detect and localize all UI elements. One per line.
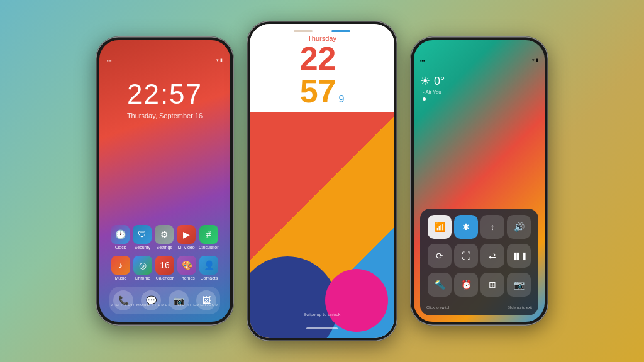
app-chrome-label: Chrome bbox=[135, 276, 150, 280]
screen-right: ▪▪▪ ▾ ▮ ☀ 0° - Air You 📶 bbox=[414, 40, 545, 322]
wifi-icon-right: ▾ bbox=[532, 58, 535, 63]
hints-row: Click to switch Slide up to exit bbox=[426, 302, 532, 309]
center-minute: 57 bbox=[300, 75, 336, 107]
control-center: 📶 ✱ ↕ 🔊 bbox=[420, 209, 538, 315]
mivideo-icon: ▶ bbox=[177, 225, 196, 244]
dock-camera[interactable]: 📷 bbox=[169, 290, 189, 310]
center-time-block: 22 57 9 bbox=[258, 42, 386, 107]
app-contacts-label: Contacts bbox=[201, 276, 218, 280]
app-music[interactable]: ♪ Music bbox=[111, 256, 130, 280]
app-calendar-label: Calendar bbox=[156, 276, 174, 280]
app-clock[interactable]: 🕐 Clock bbox=[111, 225, 130, 250]
themes-icon: 🎨 bbox=[177, 256, 196, 275]
wifi-status-icon: ▾ bbox=[216, 58, 219, 63]
wifi-control-btn[interactable]: 📶 bbox=[428, 215, 452, 239]
barcode-icon: ▐▌▐ bbox=[512, 253, 525, 260]
phone-center-screen: Thursday 22 57 9 Swipe up to unlock bbox=[250, 24, 394, 338]
location-dot bbox=[423, 97, 426, 101]
alarm-btn[interactable]: ⏰ bbox=[454, 273, 478, 297]
volume-control-btn[interactable]: 🔊 bbox=[507, 215, 531, 239]
volume-ctrl-icon: 🔊 bbox=[514, 222, 525, 232]
app-settings-label: Settings bbox=[157, 245, 172, 250]
dock-phone[interactable]: 📞 bbox=[113, 290, 133, 310]
bluetooth-control-btn[interactable]: ✱ bbox=[454, 215, 478, 239]
app-mivideo[interactable]: ▶ Mi Video bbox=[177, 225, 196, 250]
app-calendar[interactable]: 16 Calendar bbox=[155, 256, 174, 280]
slide-hint: Slide up to exit bbox=[508, 305, 532, 309]
phone-left: ▪▪▪ ▾ ▮ 22:57 Thursday, September 16 🕐 C… bbox=[96, 36, 234, 326]
app-row-2: ♪ Music ◎ Chrome 16 Calendar 🎨 bbox=[109, 256, 220, 280]
signal-icon: ▪▪▪ bbox=[107, 58, 111, 63]
dock-chat[interactable]: 💬 bbox=[141, 290, 161, 310]
app-security-label: Security bbox=[135, 245, 150, 250]
clock-icon: 🕐 bbox=[111, 225, 130, 244]
app-grid: 🕐 Clock 🛡 Security ⚙ Settings ▶ bbox=[107, 225, 223, 314]
temperature: 0° bbox=[434, 75, 445, 88]
status-bar-right: ▪▪▪ ▾ ▮ bbox=[420, 58, 538, 63]
security-icon: 🛡 bbox=[133, 225, 152, 244]
phone-right-screen: ▪▪▪ ▾ ▮ ☀ 0° - Air You 📶 bbox=[414, 40, 545, 322]
phones-container: ▪▪▪ ▾ ▮ 22:57 Thursday, September 16 🕐 C… bbox=[0, 0, 644, 362]
watermark: VISIT FOR MORE THEMES - MIUITHEMER.COM bbox=[111, 303, 219, 307]
app-mivideo-label: Mi Video bbox=[178, 245, 195, 250]
app-calculator[interactable]: # Calculator bbox=[199, 225, 219, 250]
circle-blue bbox=[250, 256, 338, 338]
flashlight-icon: 🔦 bbox=[435, 280, 445, 290]
data-ctrl-icon: ↕ bbox=[491, 222, 495, 232]
center-colorful-bg: Swipe up to unlock bbox=[250, 112, 394, 338]
lock-time: 22:57 bbox=[127, 80, 203, 108]
sun-icon: ☀ bbox=[420, 74, 430, 88]
screen-split-icon: ⇄ bbox=[489, 251, 496, 261]
control-row-2: ⟳ ⛶ ⇄ ▐▌▐ bbox=[426, 244, 532, 268]
status-bar-left: ▪▪▪ ▾ ▮ bbox=[107, 58, 223, 63]
data-control-btn[interactable]: ↕ bbox=[480, 215, 504, 239]
chrome-icon: ◎ bbox=[133, 256, 152, 275]
phone-left-screen: ▪▪▪ ▾ ▮ 22:57 Thursday, September 16 🕐 C… bbox=[99, 40, 230, 322]
battery-icon-right: ▮ bbox=[536, 58, 538, 63]
flashlight-btn[interactable]: 🔦 bbox=[428, 273, 452, 297]
app-settings[interactable]: ⚙ Settings bbox=[155, 225, 174, 250]
grid-btn[interactable]: ⊞ bbox=[480, 273, 504, 297]
swipe-hint: Swipe up to unlock bbox=[250, 310, 394, 319]
click-hint: Click to switch bbox=[426, 305, 450, 309]
wifi-ctrl-icon: 📶 bbox=[435, 222, 445, 232]
home-indicator bbox=[306, 327, 338, 329]
app-chrome[interactable]: ◎ Chrome bbox=[133, 256, 152, 280]
rotate-control-btn[interactable]: ⟳ bbox=[428, 244, 452, 268]
phone-center: Thursday 22 57 9 Swipe up to unlock bbox=[247, 21, 397, 341]
bluetooth-ctrl-icon: ✱ bbox=[462, 222, 470, 232]
control-row-3: 🔦 ⏰ ⊞ 📷 bbox=[426, 273, 532, 297]
app-row-1: 🕐 Clock 🛡 Security ⚙ Settings ▶ bbox=[109, 225, 220, 250]
music-icon: ♪ bbox=[111, 256, 130, 275]
fullscreen-control-btn[interactable]: ⛶ bbox=[454, 244, 478, 268]
grid-icon: ⊞ bbox=[489, 280, 496, 290]
dock-gallery[interactable]: 🖼 bbox=[196, 290, 216, 310]
circle-pink bbox=[325, 269, 388, 332]
screen-split-btn[interactable]: ⇄ bbox=[480, 244, 504, 268]
app-clock-label: Clock bbox=[115, 245, 126, 250]
lock-date: Thursday, September 16 bbox=[127, 112, 203, 119]
app-calculator-label: Calculator bbox=[199, 245, 219, 250]
camera-ctrl-icon: 📷 bbox=[514, 280, 525, 290]
rotate-ctrl-icon: ⟳ bbox=[436, 251, 443, 261]
contacts-icon: 👤 bbox=[199, 256, 218, 275]
screen-center: Thursday 22 57 9 Swipe up to unlock bbox=[250, 24, 394, 338]
app-themes-label: Themes bbox=[179, 276, 195, 280]
settings-icon: ⚙ bbox=[155, 225, 174, 244]
camera-btn[interactable]: 📷 bbox=[507, 273, 531, 297]
fullscreen-ctrl-icon: ⛶ bbox=[462, 251, 470, 261]
app-security[interactable]: 🛡 Security bbox=[133, 225, 152, 250]
app-themes[interactable]: 🎨 Themes bbox=[177, 256, 196, 280]
calendar-icon: 16 bbox=[155, 256, 174, 275]
air-quality: - Air You bbox=[423, 89, 538, 95]
center-second: 9 bbox=[338, 94, 344, 107]
barcode-btn[interactable]: ▐▌▐ bbox=[507, 244, 531, 268]
phone-right: ▪▪▪ ▾ ▮ ☀ 0° - Air You 📶 bbox=[410, 36, 548, 326]
app-contacts[interactable]: 👤 Contacts bbox=[199, 256, 218, 280]
signal-icon-right: ▪▪▪ bbox=[420, 58, 425, 63]
alarm-icon: ⏰ bbox=[461, 280, 472, 290]
control-row-1: 📶 ✱ ↕ 🔊 bbox=[426, 215, 532, 239]
screen-left: ▪▪▪ ▾ ▮ 22:57 Thursday, September 16 🕐 C… bbox=[99, 40, 230, 322]
app-music-label: Music bbox=[114, 276, 126, 280]
center-hour: 22 bbox=[300, 42, 336, 75]
